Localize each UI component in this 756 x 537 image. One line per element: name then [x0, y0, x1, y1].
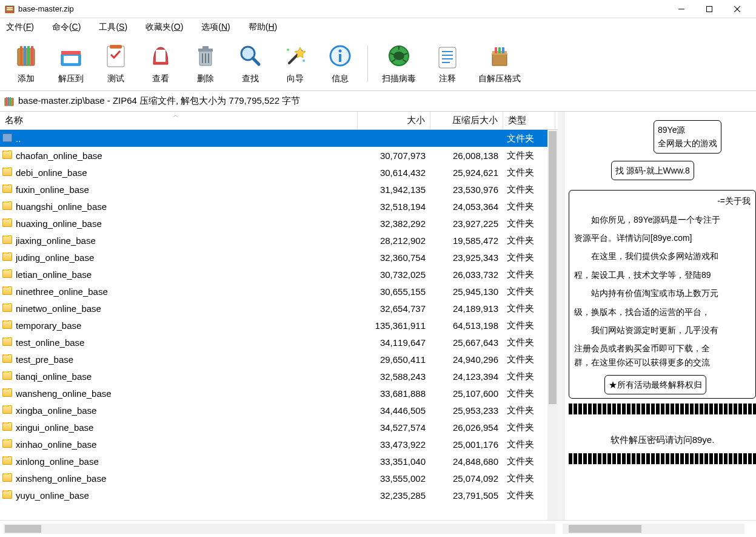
table-row[interactable]: juding_online_base32,360,75423,925,343文件…: [0, 249, 558, 266]
column-packed[interactable]: 压缩后大小: [430, 112, 503, 129]
table-row[interactable]: letian_online_base30,732,02526,033,732文件…: [0, 266, 558, 283]
svg-line-25: [253, 58, 259, 64]
table-row[interactable]: xinhao_online_base33,473,92225,001,176文件…: [0, 436, 558, 453]
file-name: temporary_base: [16, 320, 81, 331]
preview-pane: 89Ye源 全网最大的游戏 找 源码-就上Www.8 -=关于我 如你所见，89…: [563, 112, 756, 520]
delete-icon: [191, 41, 220, 70]
svg-point-27: [287, 49, 289, 51]
app-icon: [5, 4, 15, 14]
menu-help[interactable]: 帮助(H): [245, 20, 281, 35]
maximize-button[interactable]: [695, 1, 723, 18]
toolbar-comment-button[interactable]: 注释: [427, 39, 467, 88]
file-packed-size: 25,953,233: [430, 405, 503, 416]
toolbar-find-button[interactable]: 查找: [230, 39, 270, 88]
table-row[interactable]: wansheng_online_base33,681,88825,107,600…: [0, 385, 558, 402]
minimize-button[interactable]: [667, 1, 695, 18]
column-size[interactable]: 大小: [358, 112, 430, 129]
svg-rect-47: [498, 47, 501, 53]
close-button[interactable]: [723, 1, 751, 18]
file-name: huaxing_online_base: [16, 218, 102, 229]
folder-icon: [2, 405, 13, 415]
folder-icon: [2, 235, 13, 245]
scroll-thumb[interactable]: [569, 525, 641, 533]
content-area: ︿ 名称 大小 压缩后大小 类型 ..文件夹chaofan_online_bas…: [0, 112, 756, 520]
file-size: 32,518,194: [358, 201, 430, 212]
toolbar-virus-button[interactable]: 扫描病毒: [375, 39, 423, 88]
table-row[interactable]: xinsheng_online_base33,555,00225,074,092…: [0, 470, 558, 487]
file-size: 32,360,754: [358, 252, 430, 263]
table-row[interactable]: ninethree_online_base30,655,15525,945,13…: [0, 283, 558, 300]
column-name[interactable]: 名称: [0, 112, 358, 129]
table-row[interactable]: temporary_base135,361,91164,513,198文件夹: [0, 317, 558, 334]
add-icon: [12, 41, 41, 70]
pathbar[interactable]: base-master.zip\base - ZIP64 压缩文件, 解包大小为…: [0, 91, 756, 112]
file-size: 34,446,505: [358, 405, 430, 416]
scroll-thumb[interactable]: [5, 525, 41, 533]
svg-rect-39: [439, 47, 456, 68]
info-icon: [326, 41, 355, 70]
extract-icon: [56, 41, 85, 70]
file-size: 32,235,285: [358, 490, 430, 501]
table-row[interactable]: ..文件夹: [0, 130, 558, 147]
table-row[interactable]: huaxing_online_base32,382,29223,927,225文…: [0, 215, 558, 232]
toolbar-find-label: 查找: [242, 73, 259, 84]
pane-divider[interactable]: [558, 112, 563, 520]
file-name: test_online_base: [16, 337, 84, 348]
toolbar-info-button[interactable]: 信息: [320, 39, 360, 88]
file-list-body[interactable]: ..文件夹chaofan_online_base30,707,97326,008…: [0, 130, 558, 520]
folder-icon: [2, 218, 13, 228]
table-row[interactable]: xingba_online_base34,446,50525,953,233文件…: [0, 402, 558, 419]
toolbar-extract-button[interactable]: 解压到: [51, 39, 91, 88]
table-row[interactable]: chaofan_online_base30,707,97326,008,138文…: [0, 147, 558, 164]
svg-rect-14: [64, 56, 78, 63]
table-row[interactable]: ninetwo_online_base32,654,73724,189,913文…: [0, 300, 558, 317]
toolbar-add-button[interactable]: 添加: [6, 39, 46, 88]
svg-rect-46: [495, 47, 497, 53]
table-row[interactable]: xingui_online_base34,527,57426,026,954文件…: [0, 419, 558, 436]
table-row[interactable]: test_pre_base29,650,41124,940,296文件夹: [0, 351, 558, 368]
svg-point-30: [339, 49, 342, 52]
comment-icon: [433, 41, 462, 70]
file-name: juding_online_base: [16, 252, 94, 263]
table-row[interactable]: xinlong_online_base33,351,04024,848,680文…: [0, 453, 558, 470]
file-name: xinlong_online_base: [16, 456, 99, 467]
menu-file[interactable]: 文件(F): [2, 20, 38, 35]
find-icon: [236, 41, 265, 70]
menu-command[interactable]: 命令(C): [49, 20, 84, 35]
file-size: 33,555,002: [358, 473, 430, 484]
table-row[interactable]: tianqi_online_base32,588,24324,123,394文件…: [0, 368, 558, 385]
svg-rect-50: [6, 97, 7, 106]
svg-rect-31: [339, 54, 341, 62]
vertical-scrollbar[interactable]: [547, 130, 558, 520]
file-packed-size: 24,848,680: [430, 456, 503, 467]
scroll-thumb[interactable]: [549, 131, 557, 404]
menu-tools[interactable]: 工具(S): [95, 20, 131, 35]
svg-rect-44: [492, 53, 507, 66]
file-name: huangshi_online_base: [16, 201, 107, 212]
menu-favorites[interactable]: 收藏夹(O): [142, 20, 187, 35]
menu-options[interactable]: 选项(N): [198, 20, 233, 35]
folder-icon: [2, 388, 13, 398]
file-packed-size: 23,925,343: [430, 252, 503, 263]
toolbar-delete-button[interactable]: 删除: [186, 39, 226, 88]
table-row[interactable]: debi_online_base30,614,43225,924,621文件夹: [0, 164, 558, 181]
file-size: 29,650,411: [358, 354, 430, 365]
file-packed-size: 24,189,913: [430, 303, 503, 314]
folder-icon: [2, 354, 13, 364]
table-row[interactable]: huangshi_online_base32,518,19424,053,364…: [0, 198, 558, 215]
file-packed-size: 25,107,600: [430, 388, 503, 399]
toolbar-test-button[interactable]: 测试: [96, 39, 136, 88]
menubar: 文件(F) 命令(C) 工具(S) 收藏夹(O) 选项(N) 帮助(H): [0, 18, 756, 36]
list-horizontal-scrollbar[interactable]: [4, 524, 555, 534]
table-row[interactable]: jiaxing_online_base28,212,90219,585,472文…: [0, 232, 558, 249]
column-type[interactable]: 类型: [503, 112, 555, 129]
file-name: letian_online_base: [16, 269, 92, 280]
folder-icon: [2, 490, 13, 500]
preview-horizontal-scrollbar[interactable]: [563, 524, 744, 534]
table-row[interactable]: fuxin_online_base31,942,13523,530,976文件夹: [0, 181, 558, 198]
toolbar-wizard-button[interactable]: 向导: [275, 39, 315, 88]
table-row[interactable]: test_online_base34,119,64725,667,643文件夹: [0, 334, 558, 351]
toolbar-sfx-button[interactable]: 自解压格式: [472, 39, 527, 88]
table-row[interactable]: yuyu_online_base32,235,28523,791,505文件夹: [0, 487, 558, 504]
toolbar-view-button[interactable]: 查看: [141, 39, 181, 88]
